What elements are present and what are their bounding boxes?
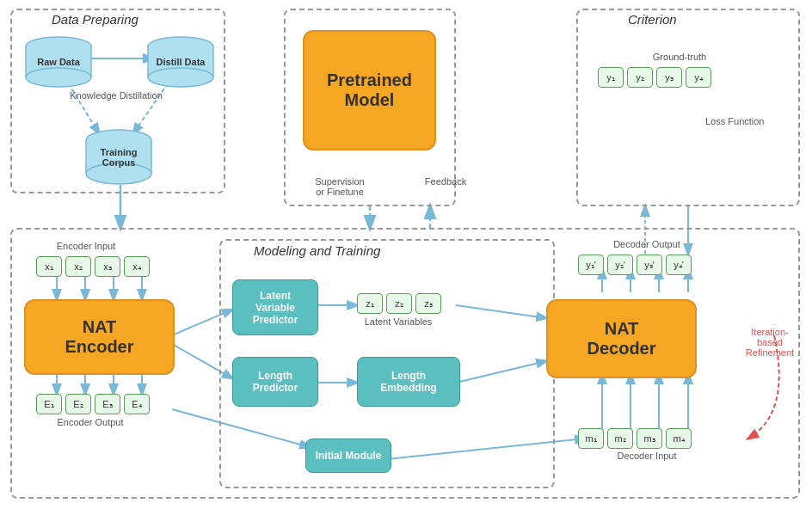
gt-token-1: y₁ xyxy=(598,67,624,88)
nat-encoder-block: NATEncoder xyxy=(24,299,175,375)
enc-out-e3: E₃ xyxy=(95,394,120,414)
svg-point-41 xyxy=(148,68,213,87)
length-predictor-block: LengthPredictor xyxy=(232,357,318,407)
modeling-title: Modeling and Training xyxy=(254,243,380,258)
ground-truth-tokens: y₁ y₂ y₃ y₄ xyxy=(598,67,711,88)
gt-token-3: y₃ xyxy=(656,67,682,88)
dec-out-y3: y₃' xyxy=(637,254,662,275)
iteration-refinement-label: Iteration-basedRefinement xyxy=(735,327,804,358)
gt-token-2: y₂ xyxy=(627,67,653,88)
distill-data-label: Distill Data xyxy=(157,57,206,67)
criterion-title: Criterion xyxy=(628,12,677,27)
feedback-label: Feedback xyxy=(411,176,480,187)
pretrained-model-label: PretrainedModel xyxy=(327,71,412,110)
knowledge-distillation-label: Knowledge Distillation xyxy=(69,90,163,101)
lat-z2: z₂ xyxy=(386,293,412,314)
distill-data-cylinder: Distill Data xyxy=(146,36,215,88)
decoder-output-label: Decoder Output xyxy=(578,239,716,249)
encoder-output-tokens: E₁ E₂ E₃ E₄ xyxy=(36,394,150,414)
decoder-input-tokens: m₁ m₂ m₃ m₄ xyxy=(578,428,692,449)
lat-z1: z₁ xyxy=(357,293,383,314)
lat-z3: z₃ xyxy=(415,293,441,314)
gt-token-4: y₄ xyxy=(686,67,711,88)
diagram: Data Preparing Raw Data Distill Data Kno… xyxy=(0,0,812,509)
svg-point-36 xyxy=(26,68,91,87)
enc-out-e4: E₄ xyxy=(124,394,150,414)
raw-data-label: Raw Data xyxy=(37,57,80,67)
dec-in-m4: m₄ xyxy=(666,428,692,449)
encoder-output-label: Encoder Output xyxy=(34,417,146,427)
pretrained-model-block: PretrainedModel xyxy=(303,30,436,150)
encoder-input-tokens: x₁ x₂ x₃ x₄ xyxy=(36,256,150,277)
raw-data-cylinder: Raw Data xyxy=(24,36,93,88)
loss-function-label: Loss Function xyxy=(705,116,791,126)
initial-module-block: Initial Module xyxy=(305,438,391,473)
enc-out-e1: E₁ xyxy=(36,394,62,414)
latent-tokens: z₁ z₂ z₃ xyxy=(357,293,441,314)
training-corpus-cylinder: TrainingCorpus xyxy=(84,129,153,185)
ground-truth-label: Ground-truth xyxy=(602,52,757,62)
enc-out-e2: E₂ xyxy=(65,394,91,414)
encoder-input-label: Encoder Input xyxy=(34,241,138,251)
enc-in-x1: x₁ xyxy=(36,256,62,277)
criterion-box xyxy=(576,9,800,206)
dec-out-y4: y₄' xyxy=(666,254,692,275)
enc-in-x4: x₄ xyxy=(124,256,150,277)
dec-in-m1: m₁ xyxy=(578,428,604,449)
decoder-output-tokens: y₁' y₂' y₃' y₄' xyxy=(578,254,692,275)
dec-in-m3: m₃ xyxy=(637,428,662,449)
length-embedding-block: LengthEmbedding xyxy=(357,357,460,407)
nat-decoder-block: NATDecoder xyxy=(546,299,697,378)
training-corpus-label: TrainingCorpus xyxy=(101,147,138,168)
latent-variables-label: Latent Variables xyxy=(351,316,446,327)
decoder-input-label: Decoder Input xyxy=(578,451,716,461)
enc-in-x3: x₃ xyxy=(95,256,120,277)
dec-in-m2: m₂ xyxy=(607,428,633,449)
dec-out-y1: y₁' xyxy=(578,254,604,275)
supervision-label: Supervisionor Finetune xyxy=(297,176,383,197)
dec-out-y2: y₂' xyxy=(607,254,633,275)
enc-in-x2: x₂ xyxy=(65,256,91,277)
data-preparing-title: Data Preparing xyxy=(52,12,138,27)
latent-var-predictor-block: LatentVariablePredictor xyxy=(232,279,318,335)
